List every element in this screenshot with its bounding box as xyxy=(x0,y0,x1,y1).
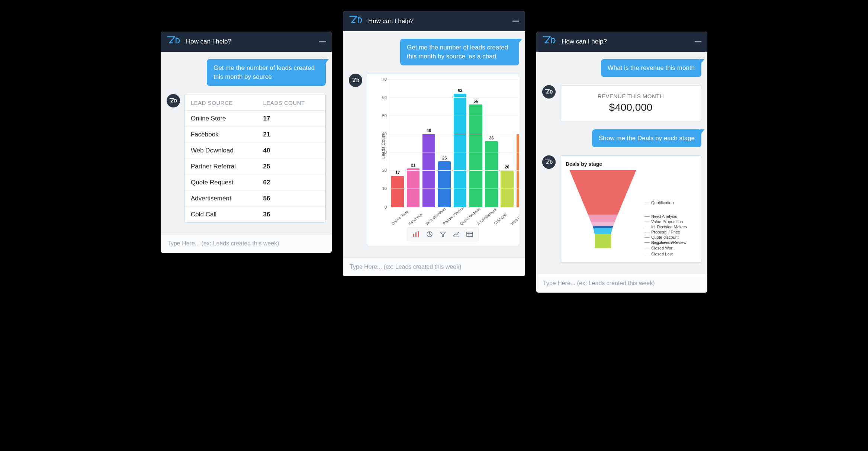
svg-marker-5 xyxy=(569,170,636,215)
chat-header: How can I help? xyxy=(536,32,707,52)
chat-header: How can I help? xyxy=(343,11,525,31)
cell-source: Advertisement xyxy=(185,190,257,206)
funnel-legend-item: Value Proposition xyxy=(644,219,696,224)
ytick-label: 70 xyxy=(378,77,387,81)
xtick-label: Online Store xyxy=(391,212,405,225)
user-message: What is the revenue this month xyxy=(601,59,701,77)
gridline xyxy=(388,152,519,152)
header-title: How can I help? xyxy=(186,38,231,45)
bar: 40 xyxy=(422,128,436,207)
svg-marker-9 xyxy=(593,228,613,234)
table-row: Facebook21 xyxy=(185,126,325,142)
bar-value-label: 40 xyxy=(427,128,431,133)
funnel-legend-item: Quote discount appproved xyxy=(644,235,696,240)
line-chart-icon[interactable] xyxy=(451,230,462,239)
cell-count: 62 xyxy=(257,174,325,190)
messages-area: What is the revenue this month REVENUE T… xyxy=(536,52,707,274)
funnel-legend-item: Proposal / Price xyxy=(644,229,696,235)
funnel-legend-item: Qualification xyxy=(644,191,696,214)
ytick-label: 20 xyxy=(378,168,387,173)
funnel-card: Deals by stage QualificationNeed Analysi… xyxy=(560,155,701,262)
cell-source: Quote Request xyxy=(185,174,257,190)
ytick-label: 40 xyxy=(378,132,387,136)
bar: 20 xyxy=(500,165,514,207)
table-row: Online Store17 xyxy=(185,110,325,126)
zia-avatar xyxy=(349,74,362,87)
bar: 40 xyxy=(516,128,519,207)
minimize-button[interactable] xyxy=(512,21,519,22)
xtick-label: Quote Request xyxy=(459,212,474,225)
bar: 25 xyxy=(437,156,451,207)
bar-value-label: 56 xyxy=(473,99,478,103)
xtick-label: Web Demo xyxy=(510,212,519,225)
svg-marker-7 xyxy=(591,222,615,226)
bar-rect xyxy=(469,104,482,207)
gridline xyxy=(388,97,519,98)
funnel-title: Deals by stage xyxy=(566,161,696,167)
xtick-label: Facebook xyxy=(408,212,422,225)
zia-avatar xyxy=(542,85,556,99)
bar-rect xyxy=(391,176,404,207)
svg-rect-2 xyxy=(418,231,419,237)
messages-area: Get me the number of leads created this … xyxy=(161,52,332,234)
bar-value-label: 17 xyxy=(395,170,400,175)
chart-card: Leads Count 172140256256362040 010203040… xyxy=(367,74,519,246)
chat-panel-chart: How can I help? Get me the number of lea… xyxy=(343,11,525,276)
chart-toolbar xyxy=(407,227,479,241)
col-count: LEADS COUNT xyxy=(257,94,325,111)
chat-panel-revenue-funnel: How can I help? What is the revenue this… xyxy=(536,32,707,293)
zia-logo xyxy=(349,15,363,28)
cell-source: Facebook xyxy=(185,126,257,142)
cell-count: 21 xyxy=(257,126,325,142)
funnel-legend-item: Closed Lost xyxy=(644,251,696,257)
user-message: Show me the Deals by each stage xyxy=(592,129,701,147)
header-title: How can I help? xyxy=(368,17,414,25)
xtick-label: Cold Call xyxy=(493,212,507,225)
messages-area: Get me the number of leads created this … xyxy=(343,31,525,257)
bar: 36 xyxy=(484,136,498,207)
chat-input[interactable] xyxy=(543,280,701,287)
user-message: Get me the number of leads created this … xyxy=(400,39,519,65)
chat-input[interactable] xyxy=(350,264,518,270)
input-bar xyxy=(343,257,525,276)
pie-chart-icon[interactable] xyxy=(424,230,435,239)
user-message: Get me the number of leads created this … xyxy=(207,59,326,86)
svg-rect-0 xyxy=(413,234,414,237)
bar-chart-icon[interactable] xyxy=(411,230,421,239)
gridline xyxy=(388,189,519,189)
funnel-legend-item: Negotiation/Review xyxy=(644,240,696,245)
bar-value-label: 20 xyxy=(505,165,509,169)
cell-count: 36 xyxy=(257,206,325,222)
ytick-label: 60 xyxy=(378,95,387,100)
cell-source: Cold Call xyxy=(185,206,257,222)
bar-rect xyxy=(407,168,419,207)
table-icon[interactable] xyxy=(464,230,475,239)
bot-response-row: LEAD SOURCE LEADS COUNT Online Store17Fa… xyxy=(167,94,326,223)
revenue-amount: $400,000 xyxy=(567,102,694,113)
xtick-label: Partner Referral xyxy=(442,212,457,225)
funnel-legend-item: Need Analysis xyxy=(644,214,696,219)
header-title: How can I help? xyxy=(562,38,607,45)
funnel-chart xyxy=(566,170,640,257)
bar-rect xyxy=(454,94,466,207)
input-bar xyxy=(536,274,707,293)
gridline xyxy=(388,79,519,80)
zia-logo xyxy=(167,35,181,49)
bot-response-row: REVENUE THIS MONTH $400,000 xyxy=(542,85,701,121)
funnel-icon[interactable] xyxy=(438,230,448,239)
col-source: LEAD SOURCE xyxy=(185,94,257,111)
chat-input[interactable] xyxy=(167,240,325,247)
cell-source: Online Store xyxy=(185,110,257,126)
bot-response-row: Deals by stage QualificationNeed Analysi… xyxy=(542,155,701,262)
funnel-legend: QualificationNeed AnalysisValue Proposit… xyxy=(644,170,696,257)
minimize-button[interactable] xyxy=(319,41,326,42)
chat-header: How can I help? xyxy=(161,32,332,52)
cell-count: 25 xyxy=(257,158,325,174)
bar-value-label: 36 xyxy=(489,136,494,140)
chat-panel-table: How can I help? Get me the number of lea… xyxy=(161,32,332,253)
gridline xyxy=(388,134,519,134)
ytick-label: 30 xyxy=(378,150,387,154)
table-row: Cold Call36 xyxy=(185,206,325,222)
ytick-label: 10 xyxy=(378,186,387,191)
minimize-button[interactable] xyxy=(695,41,701,42)
